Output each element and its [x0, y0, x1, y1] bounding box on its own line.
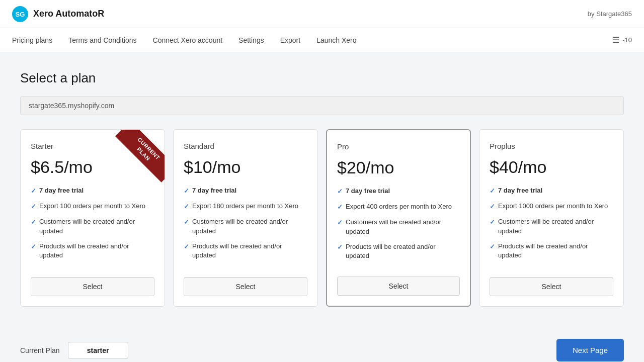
feature-trial-standard: ✓ 7 day free trial [184, 186, 307, 196]
nav-counter: -10 [622, 36, 632, 44]
plan-price-starter: $6.5/mo [31, 157, 154, 177]
feature-orders-proplus: ✓ Export 1000 orders per month to Xero [490, 202, 613, 211]
nav-right: ☰ -10 [612, 35, 632, 45]
feature-products-starter: ✓ Products will be created and/or update… [31, 242, 154, 260]
plan-features-standard: ✓ 7 day free trial ✓ Export 180 orders p… [184, 186, 307, 267]
menu-icon: ☰ [612, 35, 619, 45]
feature-text: 7 day free trial [346, 187, 390, 196]
check-icon: ✓ [490, 187, 495, 196]
feature-customers-starter: ✓ Customers will be created and/or updat… [31, 217, 154, 235]
feature-products-pro: ✓ Products will be created and/or update… [337, 242, 460, 260]
nav-export[interactable]: Export [280, 34, 300, 46]
header-by: by Stargate365 [588, 10, 632, 18]
svg-text:SG: SG [16, 11, 25, 18]
check-icon: ✓ [31, 187, 36, 196]
plan-features-pro: ✓ 7 day free trial ✓ Export 400 orders p… [337, 187, 460, 266]
feature-customers-proplus: ✓ Customers will be created and/or updat… [490, 217, 613, 235]
check-icon: ✓ [337, 218, 343, 227]
feature-text: Products will be created and/or updated [192, 242, 307, 260]
current-plan-value: starter [68, 342, 128, 359]
plans-grid: CURRENTPLAN Starter $6.5/mo ✓ 7 day free… [20, 129, 624, 307]
nav-connect-xero[interactable]: Connect Xero account [153, 34, 223, 46]
plan-card-pro: Pro $20/mo ✓ 7 day free trial ✓ Export 4… [326, 129, 471, 307]
store-url: stargate365.myshopify.com [20, 96, 624, 115]
header-left: SG Xero AutomatoR [12, 6, 104, 22]
plan-features-starter: ✓ 7 day free trial ✓ Export 100 orders p… [31, 186, 154, 267]
feature-customers-pro: ✓ Customers will be created and/or updat… [337, 218, 460, 236]
feature-trial-proplus: ✓ 7 day free trial [490, 186, 613, 196]
feature-text: Products will be created and/or updated [346, 242, 460, 260]
feature-trial-pro: ✓ 7 day free trial [337, 187, 460, 196]
feature-customers-standard: ✓ Customers will be created and/or updat… [184, 217, 307, 235]
feature-text: Export 180 orders per month to Xero [192, 202, 298, 211]
nav-terms[interactable]: Terms and Conditions [68, 34, 136, 46]
check-icon: ✓ [184, 187, 189, 196]
app-name: Xero AutomatoR [33, 9, 104, 19]
plan-name-standard: Standard [184, 142, 307, 150]
feature-text: Products will be created and/or updated [498, 242, 613, 260]
feature-text: Customers will be created and/or updated [498, 217, 613, 235]
check-icon: ✓ [337, 243, 343, 252]
feature-text: Export 1000 orders per month to Xero [498, 202, 608, 211]
next-page-button[interactable]: Next Page [556, 339, 624, 361]
select-button-proplus[interactable]: Select [490, 277, 613, 296]
feature-text: 7 day free trial [192, 186, 236, 195]
check-icon: ✓ [31, 242, 36, 251]
feature-text: Export 400 orders per month to Xero [346, 202, 452, 211]
feature-text: Products will be created and/or updated [39, 242, 154, 260]
feature-orders-pro: ✓ Export 400 orders per month to Xero [337, 202, 460, 212]
plan-price-pro: $20/mo [337, 158, 460, 177]
nav-settings[interactable]: Settings [238, 34, 264, 46]
feature-trial-starter: ✓ 7 day free trial [31, 186, 154, 196]
feature-text: Customers will be created and/or updated [192, 217, 307, 235]
feature-text: Customers will be created and/or updated [39, 217, 154, 235]
check-icon: ✓ [337, 187, 343, 196]
header: SG Xero AutomatoR by Stargate365 [0, 0, 644, 28]
nav-launch-xero[interactable]: Launch Xero [316, 34, 356, 46]
page-title: Select a plan [20, 70, 624, 86]
check-icon: ✓ [490, 202, 495, 211]
feature-text: 7 day free trial [498, 186, 542, 195]
feature-orders-standard: ✓ Export 180 orders per month to Xero [184, 202, 307, 211]
plan-name-pro: Pro [337, 142, 460, 151]
plan-features-proplus: ✓ 7 day free trial ✓ Export 1000 orders … [490, 186, 613, 267]
logo-icon: SG [12, 6, 28, 22]
check-icon: ✓ [184, 218, 189, 227]
feature-orders-starter: ✓ Export 100 orders per month to Xero [31, 202, 154, 211]
plan-card-standard: Standard $10/mo ✓ 7 day free trial ✓ Exp… [173, 129, 318, 307]
nav-links: Pricing plans Terms and Conditions Conne… [12, 34, 357, 46]
select-button-starter[interactable]: Select [31, 277, 154, 296]
plan-card-proplus: Proplus $40/mo ✓ 7 day free trial ✓ Expo… [479, 129, 624, 307]
plan-price-standard: $10/mo [184, 157, 307, 177]
current-plan-section: Current Plan starter [20, 342, 128, 359]
plan-price-proplus: $40/mo [490, 157, 613, 177]
footer: Current Plan starter Next Page [0, 331, 644, 362]
check-icon: ✓ [31, 202, 36, 211]
main-content: Select a plan stargate365.myshopify.com … [0, 52, 644, 331]
nav-pricing-plans[interactable]: Pricing plans [12, 34, 52, 46]
feature-text: Export 100 orders per month to Xero [39, 202, 145, 211]
check-icon: ✓ [31, 218, 36, 227]
feature-text: Customers will be created and/or updated [346, 218, 460, 236]
feature-text: 7 day free trial [39, 186, 84, 195]
check-icon: ✓ [490, 242, 495, 251]
nav: Pricing plans Terms and Conditions Conne… [0, 28, 644, 52]
plan-name-proplus: Proplus [490, 142, 613, 150]
feature-products-proplus: ✓ Products will be created and/or update… [490, 242, 613, 260]
check-icon: ✓ [490, 218, 495, 227]
check-icon: ✓ [337, 203, 343, 212]
plan-card-starter: CURRENTPLAN Starter $6.5/mo ✓ 7 day free… [20, 129, 165, 307]
select-button-standard[interactable]: Select [184, 277, 307, 296]
select-button-pro[interactable]: Select [337, 277, 460, 296]
feature-products-standard: ✓ Products will be created and/or update… [184, 242, 307, 260]
plan-name-starter: Starter [31, 142, 154, 150]
check-icon: ✓ [184, 242, 189, 251]
current-plan-label: Current Plan [20, 346, 60, 354]
check-icon: ✓ [184, 202, 189, 211]
